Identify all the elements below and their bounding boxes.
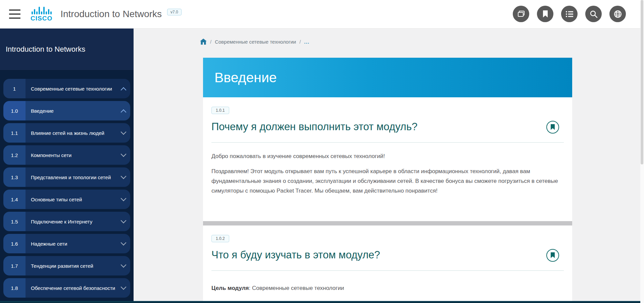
chevron-down-icon: [121, 129, 127, 135]
sidebar-item-1-5[interactable]: 1.5 Подключение к Интернету: [3, 212, 130, 231]
banner-title: Введение: [203, 70, 277, 86]
hamburger-menu-icon[interactable]: [9, 9, 20, 19]
item-label: Надежные сети: [31, 240, 121, 247]
chevron-down-icon: [121, 262, 127, 268]
item-number: 1: [3, 79, 26, 98]
sidebar-item-1-8[interactable]: 1.8 Обеспечение сетевой безопасности: [3, 278, 130, 298]
item-number: 1.2: [3, 145, 26, 165]
module-goal-label: Цель модуля: [211, 285, 249, 291]
breadcrumb-separator: /: [299, 39, 301, 45]
item-label: Подключение к Интернету: [31, 218, 121, 225]
breadcrumb-module[interactable]: Современные сетевые технологии: [215, 39, 296, 45]
sidebar-header: Introduction to Networks: [0, 29, 134, 70]
course-sidebar: Introduction to Networks 1 Современные с…: [0, 29, 134, 301]
chevron-up-icon: [121, 109, 127, 115]
bookmark-icon[interactable]: [537, 6, 553, 22]
course-title: Introduction to Networks: [60, 9, 162, 19]
item-label: Основные типы сетей: [31, 196, 121, 203]
scrollbar-thumb[interactable]: [641, 0, 643, 164]
topic-heading: Что я буду изучать в этом модуле?: [211, 249, 380, 261]
sidebar-item-1-6[interactable]: 1.6 Надежные сети: [3, 234, 130, 253]
content-area: / Современные сетевые технологии / ... В…: [134, 29, 640, 301]
module-nav-list: 1 Современные сетевые технологии 1.0 Вве…: [0, 79, 134, 298]
module-goal: Цель модуля: Современные сетевые техноло…: [211, 285, 564, 292]
item-number: 1.3: [3, 167, 26, 187]
sidebar-item-1-1[interactable]: 1.1 Влияние сетей на жизнь людей: [3, 123, 130, 143]
item-number: 1.5: [3, 212, 26, 231]
topic-heading: Почему я должен выполнить этот модуль?: [211, 121, 417, 133]
item-label: Компоненты сети: [31, 152, 121, 159]
chevron-down-icon: [121, 284, 127, 290]
chevron-down-icon: [121, 240, 127, 246]
item-label: Современные сетевые технологии: [31, 85, 121, 92]
topic-badge: 1.0.1: [211, 107, 229, 114]
vertical-scrollbar[interactable]: [640, 0, 644, 303]
bottom-edge-bar: [0, 301, 644, 303]
section-separator-bar: [203, 221, 572, 225]
item-label: Введение: [31, 107, 121, 114]
item-number: 1.0: [3, 101, 26, 120]
version-badge: v7.0: [167, 9, 182, 15]
item-number: 1.1: [3, 123, 26, 143]
sidebar-item-module-1[interactable]: 1 Современные сетевые технологии: [3, 79, 130, 98]
item-number: 1.6: [3, 234, 26, 253]
item-label: Влияние сетей на жизнь людей: [31, 130, 121, 137]
chevron-down-icon: [121, 151, 127, 157]
item-label: Обеспечение сетевой безопасности: [31, 285, 121, 292]
globe-icon[interactable]: [609, 6, 626, 22]
heading-divider: [211, 270, 564, 271]
item-number: 1.7: [3, 256, 26, 275]
list-icon[interactable]: [561, 6, 578, 22]
item-label: Представления и топологии сетей: [31, 174, 121, 181]
sidebar-item-1-0[interactable]: 1.0 Введение: [3, 101, 130, 120]
item-number: 1.8: [3, 278, 26, 298]
topic-card-1-0-1: 1.0.1 Почему я должен выполнить этот мод…: [203, 97, 572, 221]
search-icon[interactable]: [585, 6, 602, 22]
topic-paragraph: Поздравляем! Этот модуль открывает вам п…: [211, 166, 564, 196]
bookmark-topic-button[interactable]: [546, 121, 559, 134]
sidebar-item-1-3[interactable]: 1.3 Представления и топологии сетей: [3, 167, 130, 187]
cisco-logo-word: CISCO: [31, 15, 52, 22]
chevron-up-icon: [121, 87, 127, 93]
home-icon[interactable]: [200, 39, 207, 45]
cisco-logo-bars-icon: [32, 6, 52, 14]
sidebar-item-1-2[interactable]: 1.2 Компоненты сети: [3, 145, 130, 165]
windows-icon[interactable]: [513, 6, 529, 22]
chevron-down-icon: [121, 196, 127, 201]
sidebar-course-title: Introduction to Networks: [6, 45, 85, 54]
topic-paragraph: Добро пожаловать в изучение современных …: [211, 151, 564, 161]
item-label: Тенденции развития сетей: [31, 262, 121, 269]
section-banner: Введение: [203, 58, 572, 97]
topic-badge: 1.0.2: [211, 235, 229, 242]
sidebar-item-1-4[interactable]: 1.4 Основные типы сетей: [3, 190, 130, 209]
topic-card-1-0-2: 1.0.2 Что я буду изучать в этом модуле? …: [203, 225, 572, 301]
breadcrumb-separator: /: [210, 39, 211, 45]
sidebar-item-1-7[interactable]: 1.7 Тенденции развития сетей: [3, 256, 130, 275]
cisco-logo: CISCO: [31, 6, 52, 22]
bookmark-topic-button[interactable]: [546, 249, 559, 262]
item-number: 1.4: [3, 190, 26, 209]
chevron-down-icon: [121, 173, 127, 179]
top-header: CISCO Introduction to Networks v7.0: [0, 0, 644, 29]
module-goal-text: : Современные сетевые технологии: [249, 285, 344, 291]
breadcrumb: / Современные сетевые технологии / ...: [200, 39, 309, 45]
heading-divider: [211, 142, 564, 143]
breadcrumb-ellipsis[interactable]: ...: [304, 39, 309, 45]
chevron-down-icon: [121, 218, 127, 223]
header-actions: [513, 6, 626, 22]
